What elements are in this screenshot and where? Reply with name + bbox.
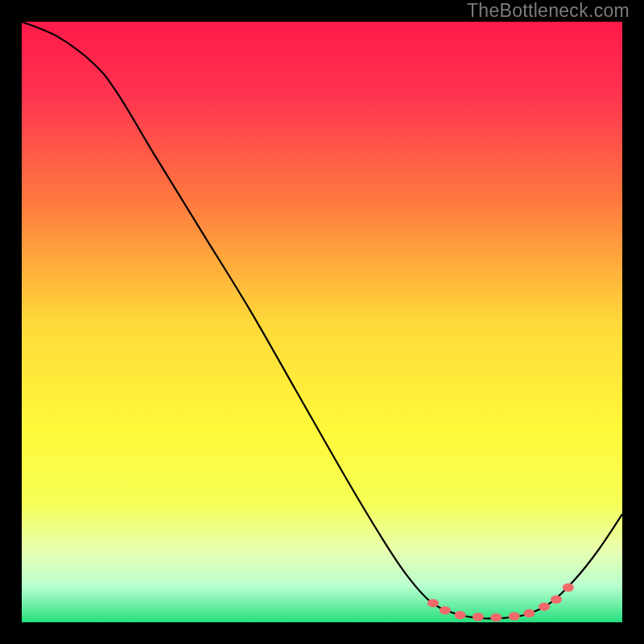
chart-container: TheBottleneck.com	[0, 0, 644, 644]
curve-marker	[551, 595, 562, 603]
curve-marker	[455, 611, 466, 619]
watermark-text: TheBottleneck.com	[467, 0, 630, 22]
curve-marker	[490, 613, 502, 621]
curve-marker	[539, 602, 550, 610]
curve-marker	[509, 612, 520, 620]
curve-marker	[440, 606, 451, 614]
curve-marker	[523, 609, 535, 617]
chart-svg	[22, 22, 622, 622]
gradient-background	[22, 22, 622, 622]
curve-marker	[563, 584, 574, 592]
curve-marker	[473, 613, 484, 621]
plot-area	[22, 22, 622, 622]
curve-marker	[427, 599, 439, 607]
